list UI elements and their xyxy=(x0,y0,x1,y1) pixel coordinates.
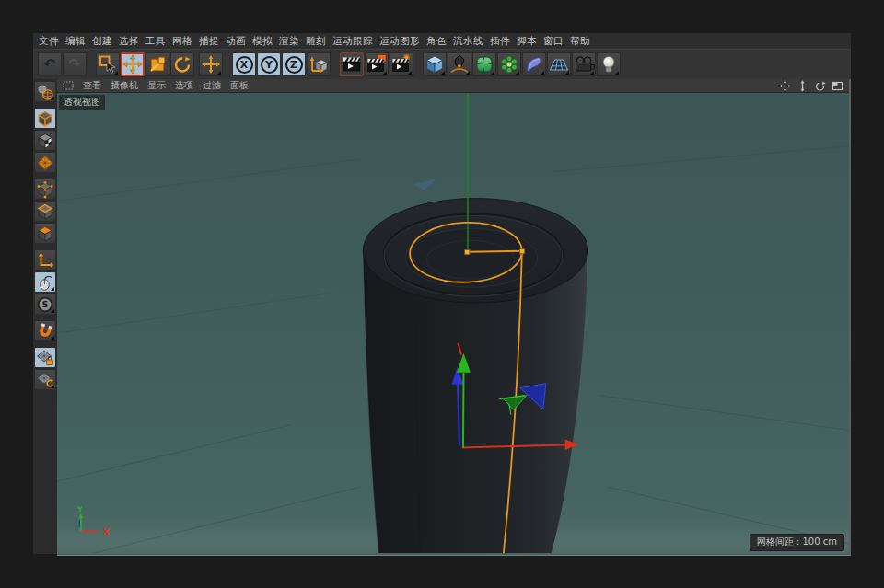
menu-item-mograph[interactable]: 运动图形 xyxy=(379,35,420,48)
enable-axis-icon xyxy=(36,251,54,270)
viewport-menu-panel[interactable]: 面板 xyxy=(230,79,249,92)
camera-icon xyxy=(573,53,595,75)
spline-pen-button[interactable] xyxy=(448,52,471,76)
mouse-icon xyxy=(36,273,54,292)
menu-item-motion-tracker[interactable]: 运动跟踪 xyxy=(332,35,373,48)
redo-icon: ↷ xyxy=(68,57,80,72)
menu-item-mesh[interactable]: 网格 xyxy=(172,35,192,48)
menu-item-help[interactable]: 帮助 xyxy=(570,35,590,48)
axis-y-label: Y xyxy=(76,505,83,513)
quantize-button[interactable] xyxy=(34,369,56,390)
viewport-panel: 查看 摄像机 显示 选项 过滤 面板 xyxy=(57,79,851,556)
menu-item-character[interactable]: 角色 xyxy=(426,35,447,48)
menu-item-simulate[interactable]: 模拟 xyxy=(252,35,273,48)
menu-item-create[interactable]: 创建 xyxy=(92,35,112,48)
lock-y-icon: Y xyxy=(261,56,278,74)
floor-icon xyxy=(548,53,570,75)
viewport-menu-display[interactable]: 显示 xyxy=(147,79,166,92)
magnet-icon xyxy=(36,322,54,340)
menu-item-sculpt[interactable]: 雕刻 xyxy=(306,35,326,48)
viewport-menu-cameras[interactable]: 摄像机 xyxy=(110,79,138,92)
enable-axis-button[interactable] xyxy=(34,249,56,271)
mode-palette: S xyxy=(33,79,57,554)
coordinate-system-icon xyxy=(308,53,330,75)
make-editable-button[interactable] xyxy=(34,81,56,102)
menu-item-animate[interactable]: 动画 xyxy=(226,35,246,48)
lock-z-icon: Z xyxy=(285,56,303,74)
render-view-button[interactable] xyxy=(340,52,364,76)
live-selection-button[interactable] xyxy=(96,52,120,76)
render-settings-button[interactable] xyxy=(390,52,413,76)
spline-point-right xyxy=(519,248,524,253)
enable-snap-button[interactable] xyxy=(34,320,56,341)
rotate-icon xyxy=(171,53,193,75)
primitive-cube-icon xyxy=(424,53,446,75)
workplane-lock-icon xyxy=(36,349,54,367)
lock-x-button[interactable]: X xyxy=(232,52,256,76)
rotate-view-icon[interactable] xyxy=(814,80,826,92)
menu-item-plugins[interactable]: 插件 xyxy=(490,35,510,48)
camera-button[interactable] xyxy=(572,52,596,76)
polygons-mode-button[interactable] xyxy=(34,223,56,244)
workplane-mode-button[interactable] xyxy=(34,152,56,173)
soft-selection-button[interactable]: S xyxy=(34,294,56,315)
subdivision-surface-icon xyxy=(473,53,495,75)
texture-mode-button[interactable] xyxy=(34,130,56,151)
menu-item-window[interactable]: 窗口 xyxy=(543,35,564,48)
lock-z-button[interactable]: Z xyxy=(282,52,306,76)
spline-point-center xyxy=(464,249,469,254)
render-settings-icon xyxy=(390,53,413,75)
quantize-icon xyxy=(36,371,54,389)
main-toolbar: ↶ ↷ X Y Z xyxy=(33,49,851,79)
menu-item-script[interactable]: 脚本 xyxy=(517,35,537,48)
recent-tool-button[interactable] xyxy=(199,52,223,76)
mograph-button[interactable] xyxy=(497,52,521,76)
render-picture-viewer-button[interactable] xyxy=(365,52,389,76)
redo-button[interactable]: ↷ xyxy=(63,52,87,76)
cinema4d-window: 文件 编辑 创建 选择 工具 网格 捕捉 动画 模拟 渲染 雕刻 运动跟踪 运动… xyxy=(0,0,884,588)
menu-item-snap[interactable]: 捕捉 xyxy=(199,35,219,48)
model-mode-icon xyxy=(36,110,54,128)
light-button[interactable] xyxy=(597,52,621,76)
scale-tool-button[interactable] xyxy=(145,52,169,76)
tweak-mode-button[interactable] xyxy=(34,271,56,293)
menu-item-tools[interactable]: 工具 xyxy=(145,35,166,48)
workplane-snap-lock-button[interactable] xyxy=(34,347,56,368)
viewport-menu-options[interactable]: 选项 xyxy=(175,79,193,92)
make-editable-icon xyxy=(36,83,54,101)
points-mode-button[interactable] xyxy=(34,179,56,200)
zoom-view-icon[interactable] xyxy=(797,80,808,92)
edges-mode-button[interactable] xyxy=(34,201,56,222)
mograph-icon xyxy=(498,53,520,75)
pan-view-icon[interactable] xyxy=(779,80,791,92)
view-label: 透视视图 xyxy=(59,95,105,110)
lock-y-button[interactable]: Y xyxy=(257,52,281,76)
deformer-button[interactable] xyxy=(522,52,546,76)
svg-text:S: S xyxy=(42,300,48,309)
menu-item-edit[interactable]: 编辑 xyxy=(65,35,86,48)
rotate-tool-button[interactable] xyxy=(170,52,194,76)
floor-button[interactable] xyxy=(547,52,571,76)
menu-item-pipeline[interactable]: 流水线 xyxy=(453,35,483,48)
render-picture-viewer-icon xyxy=(366,53,388,75)
scale-icon xyxy=(146,53,169,75)
menu-item-select[interactable]: 选择 xyxy=(119,35,139,48)
menu-item-file[interactable]: 文件 xyxy=(39,35,59,48)
move-tool-button[interactable] xyxy=(121,52,145,76)
primitive-cube-button[interactable] xyxy=(423,52,447,76)
toggle-layout-icon[interactable] xyxy=(832,80,843,92)
viewport-menu-filter[interactable]: 过滤 xyxy=(203,79,221,92)
points-mode-icon xyxy=(36,180,54,199)
subdivision-surface-button[interactable] xyxy=(472,52,496,76)
viewport-canvas[interactable]: X Y 透视视图 网格间距 : 100 cm xyxy=(57,92,849,555)
undo-button[interactable]: ↶ xyxy=(38,52,62,76)
recent-tool-icon xyxy=(200,53,222,75)
model-mode-button[interactable] xyxy=(34,108,56,129)
coordinate-system-button[interactable] xyxy=(307,52,331,76)
live-selection-icon xyxy=(97,53,119,75)
viewport-menu-view[interactable]: 查看 xyxy=(83,79,101,92)
light-icon xyxy=(598,53,620,75)
texture-mode-icon xyxy=(36,132,54,150)
grid-spacing-badge: 网格间距 : 100 cm xyxy=(750,534,844,551)
menu-item-render[interactable]: 渲染 xyxy=(279,35,299,48)
